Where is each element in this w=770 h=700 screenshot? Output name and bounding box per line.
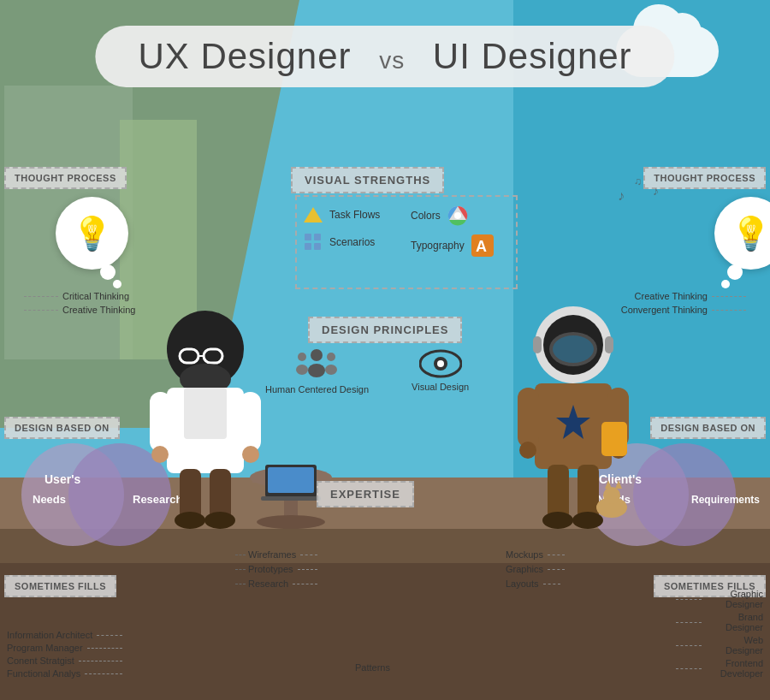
svg-text:A: A — [476, 238, 487, 255]
svg-point-9 — [311, 349, 323, 361]
svg-rect-48 — [268, 467, 314, 493]
critical-thinking-label: Critical Thinking — [62, 291, 129, 301]
svg-point-17 — [437, 360, 444, 367]
svg-marker-0 — [304, 207, 323, 222]
svg-point-13 — [327, 353, 335, 361]
svg-text:Needs: Needs — [33, 493, 66, 506]
creative-thinking-right-label: Creative Thinking — [635, 291, 708, 301]
music-note-1: ♪ — [618, 188, 625, 204]
program-mgr-label: Program Manager — [7, 643, 83, 653]
svg-marker-70 — [615, 480, 622, 489]
expertise-right-items: Mockups Graphics Layouts — [506, 549, 565, 589]
svg-point-10 — [308, 364, 325, 377]
thought-process-right-label: THOUGHT PROCESS — [643, 167, 766, 189]
visual-design-label: Visual Design — [412, 382, 469, 392]
sometimes-fills-left-label: SOMETIMES FILLS — [4, 575, 116, 597]
taskflows-icon — [304, 205, 323, 224]
expertise-label: EXPERTISE — [317, 481, 414, 507]
visual-design-icon — [419, 349, 462, 378]
svg-rect-35 — [150, 392, 171, 452]
colors-icon — [447, 205, 468, 226]
human-centered-icon — [293, 347, 341, 381]
wireframes-label: Wireframes — [248, 549, 296, 560]
music-note-3: ♪ — [653, 184, 659, 198]
svg-point-68 — [603, 487, 620, 504]
design-based-right-label: DESIGN BASED ON — [650, 417, 766, 439]
visual-strengths-label: VISUAL STRENGTHS — [291, 167, 444, 193]
visual-strengths-left: Task Flows Scenarios — [304, 205, 380, 252]
mockups-label: Mockups — [506, 549, 543, 560]
patterns-label: Patterns — [355, 659, 390, 674]
graphics-label: Graphics — [506, 564, 543, 574]
svg-rect-34 — [184, 388, 227, 439]
svg-rect-1 — [305, 234, 311, 240]
thought-process-left-label: THOUGHT PROCESS — [4, 167, 127, 189]
taskflows-label: Task Flows — [329, 209, 380, 221]
svg-point-60 — [519, 442, 536, 459]
bulb-icon-left: 💡 — [72, 215, 112, 252]
svg-marker-69 — [605, 480, 612, 489]
sometimes-fills-right-items: Graphic Designer Brand Designer Web Desi… — [676, 589, 763, 679]
info-arch-label: Information Architect — [7, 630, 92, 640]
scenarios-icon — [304, 233, 323, 252]
typography-label: Typography — [411, 240, 465, 252]
expertise-left-items: Wireframes Prototypes Research — [235, 549, 317, 589]
svg-point-12 — [296, 365, 308, 375]
svg-point-42 — [204, 512, 235, 529]
creative-thinking-left-label: Creative Thinking — [62, 305, 135, 315]
svg-rect-4 — [314, 243, 321, 250]
brand-designer-label: Brand Designer — [706, 612, 763, 632]
layouts-label: Layouts — [506, 578, 539, 589]
svg-rect-66 — [601, 422, 627, 456]
sometimes-fills-left-items: Information Architect Program Manager Co… — [7, 630, 122, 679]
functional-analys-label: Functional Analys — [7, 668, 80, 679]
svg-point-6 — [454, 212, 461, 219]
colors-label: Colors — [411, 210, 441, 222]
scenarios-label: Scenarios — [329, 236, 375, 248]
design-principles-label: DESIGN PRINCIPLES — [308, 317, 462, 343]
svg-point-41 — [175, 512, 205, 529]
research-label: Research — [248, 578, 288, 589]
svg-rect-2 — [314, 234, 321, 240]
svg-point-14 — [325, 365, 337, 375]
svg-point-53 — [553, 335, 594, 363]
human-centered-label: Human Centered Design — [265, 384, 369, 394]
title-ui: UI Designer — [433, 36, 632, 76]
visual-strengths-right: Colors Typography A — [411, 205, 494, 257]
svg-text:Requirements: Requirements — [691, 494, 760, 506]
svg-rect-54 — [533, 336, 542, 353]
svg-point-37 — [151, 446, 169, 463]
svg-rect-49 — [261, 496, 321, 501]
svg-rect-55 — [605, 336, 613, 353]
web-designer-label: Web Designer — [706, 635, 763, 656]
content-strat-label: Conent Stratgist — [7, 656, 74, 666]
bulb-icon-right: 💡 — [731, 215, 770, 252]
title-vs: vs — [379, 47, 405, 74]
svg-rect-3 — [305, 243, 311, 250]
svg-rect-36 — [240, 392, 261, 452]
svg-rect-58 — [518, 388, 539, 448]
design-based-left-label: DESIGN BASED ON — [4, 417, 120, 439]
svg-point-64 — [542, 512, 573, 529]
title-ux: UX Designer — [138, 36, 351, 76]
title-bar: UX Designer vs UI Designer — [95, 26, 674, 87]
prototypes-label: Prototypes — [248, 564, 293, 574]
typography-icon: A — [471, 234, 494, 257]
ui-thought-items: Creative Thinking Convergent Thinking — [621, 291, 746, 315]
design-principles-items: Human Centered Design Visual Design — [265, 347, 469, 394]
ux-thought-items: Critical Thinking Creative Thinking — [24, 291, 135, 315]
svg-point-11 — [298, 353, 306, 361]
svg-text:User's: User's — [44, 472, 80, 486]
graphic-designer-label: Graphic Designer — [706, 589, 763, 609]
ui-character — [509, 302, 637, 533]
svg-point-46 — [257, 515, 325, 529]
frontend-dev-label: Frontend Developer — [706, 658, 763, 679]
svg-point-65 — [572, 512, 603, 529]
music-note-2: ♫ — [634, 175, 642, 187]
